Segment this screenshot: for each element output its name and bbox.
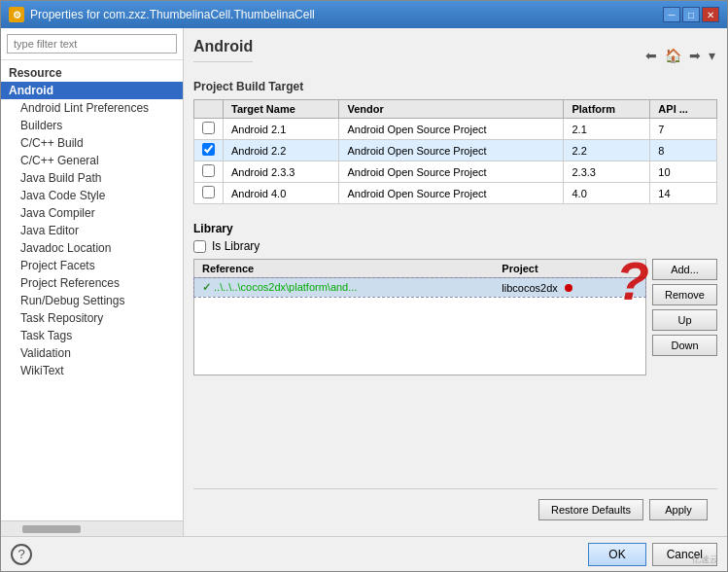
footer-bar: ? OK Cancel 亿速云 [1,536,727,571]
row1-checkbox[interactable] [202,122,215,134]
row3-checkbox[interactable] [202,164,215,177]
sidebar-item-project-facets[interactable]: Project Facets [1,257,183,274]
sidebar-item-android[interactable]: Android [1,82,183,99]
apply-button[interactable]: Apply [649,499,708,520]
col-vendor: Vendor [339,100,564,119]
title-buttons: ─ □ ✕ [663,7,719,22]
sidebar-item-java-build-path[interactable]: Java Build Path [1,169,183,187]
ref-table-row[interactable]: ✓ ..\..\..\cocos2dx\platform\and... libc… [194,278,645,298]
sidebar-item-java-editor[interactable]: Java Editor [1,222,183,239]
row1-name: Android 2.1 [224,119,339,140]
sidebar-item-resource[interactable]: Resource [1,64,183,82]
row2-vendor: Android Open Source Project [339,140,564,161]
sidebar-item-java-code-style[interactable]: Java Code Style [1,187,183,204]
ref-row1-project: libcocos2dx [494,278,645,298]
sidebar-item-task-tags[interactable]: Task Tags [1,327,183,344]
minimize-button[interactable]: ─ [663,7,680,22]
main-content: Resource Android Android Lint Preference… [1,28,727,536]
col-api: API ... [650,100,717,119]
ref-table: Reference Project ✓ ..\..\..\cocos2dx\pl… [194,260,645,297]
right-panel: Android ⬅ 🏠 ➡ ▾ Project Build Target Tar… [184,28,727,536]
ref-container: Reference Project ✓ ..\..\..\cocos2dx\pl… [193,259,717,375]
ok-button[interactable]: OK [588,543,645,566]
row3-vendor: Android Open Source Project [339,161,564,183]
row4-checkbox[interactable] [202,186,215,198]
table-row[interactable]: Android 4.0 Android Open Source Project … [194,183,717,204]
nav-menu-icon[interactable]: ▾ [707,48,717,63]
ref-col-reference: Reference [194,260,494,278]
nav-forward-icon[interactable]: ➡ [687,48,703,63]
filter-area [1,28,183,60]
ref-buttons: Add... Remove Up Down [652,259,717,375]
row3-platform: 2.3.3 [564,161,650,183]
is-library-row: Is Library [193,239,717,253]
window-title: Properties for com.zxz.ThumbelinaCell.Th… [30,8,315,21]
scroll-thumb [22,525,81,533]
library-header: Library [193,222,717,235]
filter-input[interactable] [7,34,177,54]
close-button[interactable]: ✕ [702,7,719,22]
sidebar-item-validation[interactable]: Validation [1,344,183,362]
sidebar-item-task-repository[interactable]: Task Repository [1,309,183,327]
row3-api: 10 [650,161,717,183]
sidebar-item-wikitext[interactable]: WikiText [1,362,183,379]
col-platform: Platform [564,100,650,119]
nav-back-icon[interactable]: ⬅ [643,48,659,63]
row1-vendor: Android Open Source Project [339,119,564,140]
sidebar-item-java-compiler[interactable]: Java Compiler [1,204,183,222]
row2-api: 8 [650,140,717,161]
row4-platform: 4.0 [564,183,650,204]
nav-home-icon[interactable]: 🏠 [663,48,683,63]
title-bar-left: ⚙ Properties for com.zxz.ThumbelinaCell.… [9,7,315,22]
row4-vendor: Android Open Source Project [339,183,564,204]
sidebar-item-cpp-build[interactable]: C/C++ Build [1,134,183,152]
sidebar-item-project-references[interactable]: Project References [1,274,183,292]
ref-row1-ref: ✓ ..\..\..\cocos2dx\platform\and... [194,278,494,298]
build-target-label: Project Build Target [193,80,717,93]
remove-button[interactable]: Remove [652,284,717,305]
ref-table-wrapper: Reference Project ✓ ..\..\..\cocos2dx\pl… [193,259,646,375]
down-button[interactable]: Down [652,335,717,356]
row4-api: 14 [650,183,717,204]
maximize-button[interactable]: □ [682,7,700,22]
build-target-table: Target Name Vendor Platform API ... Andr… [193,99,717,204]
bottom-bar: Restore Defaults Apply [193,488,717,526]
ref-path: ..\..\..\cocos2dx\platform\and... [214,281,357,293]
help-icon[interactable]: ? [11,544,32,565]
row1-api: 7 [650,119,717,140]
checkmark-icon: ✓ [202,281,211,293]
col-target-name: Target Name [224,100,339,119]
row2-name: Android 2.2 [224,140,339,161]
row2-checkbox[interactable] [202,143,215,156]
window-icon: ⚙ [9,7,24,22]
col-check [194,100,224,119]
table-row[interactable]: Android 2.2 Android Open Source Project … [194,140,717,161]
sidebar-item-cpp-general[interactable]: C/C++ General [1,152,183,169]
bottom-right: Restore Defaults Apply [538,499,708,520]
row1-platform: 2.1 [564,119,650,140]
left-scrollbar[interactable] [1,520,183,536]
sidebar-item-android-lint[interactable]: Android Lint Preferences [1,99,183,117]
up-button[interactable]: Up [652,309,717,331]
main-window: ⚙ Properties for com.zxz.ThumbelinaCell.… [0,0,728,572]
ref-col-project: Project [494,260,645,278]
row3-name: Android 2.3.3 [224,161,339,183]
tree-area: Resource Android Android Lint Preference… [1,60,183,520]
restore-defaults-button[interactable]: Restore Defaults [538,499,643,520]
row2-platform: 2.2 [564,140,650,161]
is-library-label: Is Library [212,239,260,253]
is-library-checkbox[interactable] [193,240,206,253]
panel-title: Android [193,38,253,62]
row4-name: Android 4.0 [224,183,339,204]
table-row[interactable]: Android 2.3.3 Android Open Source Projec… [194,161,717,183]
table-row[interactable]: Android 2.1 Android Open Source Project … [194,119,717,140]
left-panel: Resource Android Android Lint Preference… [1,28,184,536]
sidebar-item-builders[interactable]: Builders [1,117,183,134]
library-section: Library Is Library ? Reference [193,222,717,375]
sidebar-item-javadoc-location[interactable]: Javadoc Location [1,239,183,257]
title-bar: ⚙ Properties for com.zxz.ThumbelinaCell.… [1,1,727,28]
sidebar-item-run-debug[interactable]: Run/Debug Settings [1,292,183,309]
dot-indicator [565,284,572,292]
watermark: 亿速云 [692,554,718,566]
add-button[interactable]: Add... [652,259,717,280]
